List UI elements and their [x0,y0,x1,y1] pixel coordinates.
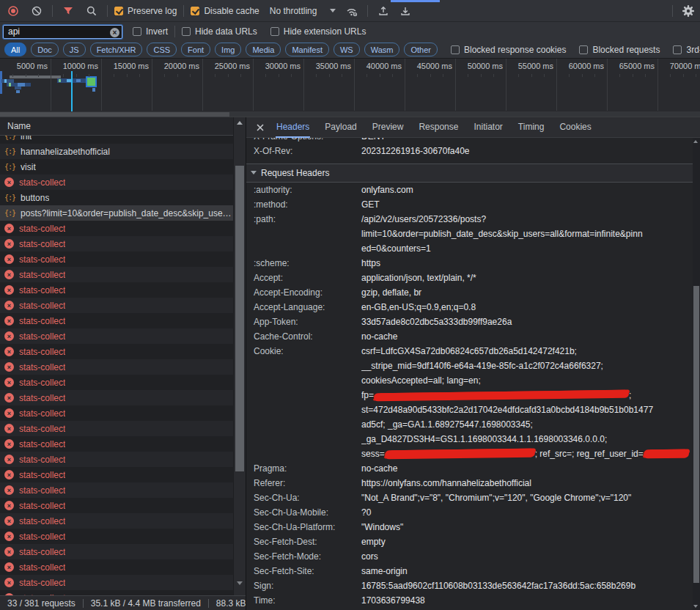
checkbox-icon[interactable] [673,45,682,54]
request-row[interactable]: ×stats-collect [0,282,233,298]
type-filter-js[interactable]: JS [63,43,86,56]
type-filter-media[interactable]: Media [246,43,281,56]
checkbox-icon[interactable] [451,45,460,54]
request-row[interactable]: ×stats-collect [0,267,233,282]
request-row[interactable]: ×stats-collect [0,390,233,405]
filter-button[interactable] [59,2,77,20]
scroll-up-icon[interactable] [693,140,698,143]
request-row[interactable]: ×stats-collect [0,328,233,344]
tab-response[interactable]: Response [418,117,459,138]
tab-cookies[interactable]: Cookies [559,117,592,138]
overview-scrollbar-thumb[interactable] [0,112,229,117]
checkbox-checked-icon[interactable] [191,7,199,15]
request-row[interactable]: ×stats-collect [0,436,233,452]
request-row[interactable]: ×stats-collect [0,251,233,267]
tab-initiator[interactable]: Initiator [473,117,503,138]
filter-input[interactable] [3,25,122,39]
header-value-line: https://onlyfans.com/hannahelizabethoffi… [361,476,693,490]
invert-checkbox[interactable]: Invert [133,26,168,37]
scroll-down-icon[interactable] [693,605,698,608]
request-row[interactable]: ×stats-collect [0,236,233,251]
record-button[interactable] [4,2,22,20]
request-row[interactable]: ×stats-collect [0,421,233,436]
disable-cache-checkbox[interactable]: Disable cache [191,6,259,16]
request-row[interactable]: {:}hannahelizabethofficial [0,144,233,159]
clear-button[interactable] [28,2,45,20]
request-row[interactable]: ×stats-collect [0,590,233,595]
type-filter-wasm[interactable]: Wasm [364,43,400,56]
request-row[interactable]: ×stats-collect [0,359,233,375]
request-row[interactable]: ×stats-collect [0,467,233,482]
request-row[interactable]: ×stats-collect [0,344,233,359]
tab-headers[interactable]: Headers [276,117,310,138]
checkbox-icon[interactable] [579,45,588,54]
request-row[interactable]: ×stats-collect [0,452,233,467]
type-filter-doc[interactable]: Doc [31,43,59,56]
close-details-button[interactable] [255,122,265,133]
request-row[interactable]: {:}init [0,136,233,144]
request-row[interactable]: ×stats-collect [0,313,233,328]
details-scrollbar[interactable] [693,138,700,610]
hide-data-urls-checkbox[interactable]: Hide data URLs [182,26,257,37]
request-row[interactable]: ×stats-collect [0,298,233,313]
network-conditions-button[interactable] [343,2,361,20]
type-filter-all[interactable]: All [4,43,26,56]
type-filter-img[interactable]: Img [215,43,241,56]
request-row[interactable]: {:}posts?limit=10&order=publish_date_des… [0,205,233,221]
header-row: Referer:https://onlyfans.com/hannaheliza… [246,476,693,490]
settings-button[interactable] [679,2,697,20]
checkbox-checked-icon[interactable] [114,7,123,15]
type-filter-css[interactable]: CSS [147,43,177,56]
type-filter-font[interactable]: Font [181,43,210,56]
timeline-label: 25000 ms [215,62,250,70]
request-row[interactable]: ×stats-collect [0,498,233,513]
export-har-button[interactable] [397,2,414,20]
network-overview[interactable]: 5000 ms10000 ms15000 ms20000 ms25000 ms3… [0,59,700,117]
request-row[interactable]: ×stats-collect [0,544,233,559]
checkbox-icon[interactable] [182,27,191,36]
request-row[interactable]: ×stats-collect [0,174,233,190]
divider [174,26,175,37]
type-filter-ws[interactable]: WS [334,43,360,56]
name-column-header[interactable]: Name [0,117,233,136]
chevron-down-icon[interactable] [330,9,336,12]
tab-payload[interactable]: Payload [324,117,357,138]
throttling-select[interactable]: No throttling [270,6,317,16]
request-row[interactable]: ×stats-collect [0,575,233,590]
type-filter-manifest[interactable]: Manifest [285,43,329,56]
blocked-requests-checkbox[interactable]: Blocked requests [579,45,660,55]
request-row[interactable]: ×stats-collect [0,513,233,529]
blocked-response-cookies-checkbox[interactable]: Blocked response cookies [451,45,566,55]
scroll-down-icon[interactable] [237,581,243,585]
checkbox-icon[interactable] [133,27,141,36]
request-row[interactable]: {:}buttons [0,190,233,205]
checkbox-label: Blocked requests [592,45,660,55]
hide-extension-urls-checkbox[interactable]: Hide extension URLs [270,26,366,37]
request-row[interactable]: ×stats-collect [0,405,233,421]
request-row[interactable]: ×stats-collect [0,482,233,498]
clear-filter-icon[interactable]: × [110,28,119,37]
tab-timing[interactable]: Timing [517,117,545,138]
request-row[interactable]: ×stats-collect [0,529,233,544]
tab-preview[interactable]: Preview [372,117,405,138]
header-name: X-Of-Rev: [246,144,361,158]
details-scrollbar-thumb[interactable] [693,286,699,583]
request-row[interactable]: ×stats-collect [0,559,233,575]
requests-scrollbar-thumb[interactable] [235,166,244,471]
request-row[interactable]: ×stats-collect [0,221,233,236]
header-value: gzip, deflate, br [361,285,693,300]
search-button[interactable] [83,2,100,20]
type-filter-fetch-xhr[interactable]: Fetch/XHR [90,43,143,56]
scroll-up-icon[interactable] [237,121,243,125]
import-har-button[interactable] [375,2,392,20]
request-headers-section-header[interactable]: Request Headers [246,163,693,183]
3rd-party-requests-checkbox[interactable]: 3rd-party requests [673,45,700,55]
failed-request-icon: × [4,331,14,341]
request-row[interactable]: ×stats-collect [0,375,233,390]
preserve-log-checkbox[interactable]: Preserve log [114,6,177,16]
header-value: 33d57ade8c02dbc5a333db99ff9ae26a [361,315,693,329]
request-row[interactable]: {:}visit [0,159,233,174]
type-filter-other[interactable]: Other [404,43,438,56]
checkbox-icon[interactable] [270,27,279,36]
requests-scrollbar[interactable] [233,117,246,595]
